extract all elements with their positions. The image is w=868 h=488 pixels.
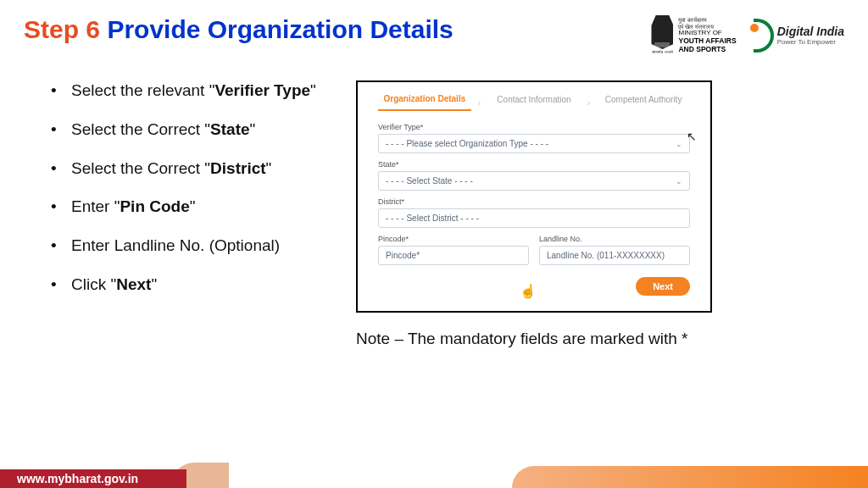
list-item: Enter Landline No. (Optional) [42, 236, 331, 256]
state-select[interactable]: - - - - Select State - - - -⌄ [378, 171, 690, 191]
digital-india-logo: Digital India Power To Empower [750, 19, 844, 53]
district-placeholder: - - - - Select District - - - - [386, 214, 479, 223]
district-label: District* [378, 197, 690, 206]
landline-input[interactable]: Landline No. (011-XXXXXXXX) [539, 246, 690, 265]
verifier-type-label: Verifier Type* [378, 123, 690, 131]
tab-competent-authority[interactable]: Competent Authority [597, 95, 690, 110]
footer: www.mybharat.gov.in [0, 463, 868, 488]
digital-india-title: Digital India [777, 25, 844, 38]
tab-organization-details[interactable]: Organization Details [378, 94, 471, 111]
list-item: Click "Next" [42, 274, 331, 295]
footer-swoosh [512, 466, 868, 488]
chevron-right-icon: › [587, 98, 590, 108]
digital-india-sub: Power To Empower [777, 38, 844, 46]
list-item: Select the relevant "Verifier Type" [42, 80, 331, 101]
state-placeholder: - - - - Select State - - - - [386, 176, 473, 186]
pincode-input[interactable]: Pincode* [378, 246, 529, 265]
india-emblem-icon [651, 15, 673, 49]
step-number: Step 6 [24, 15, 107, 43]
chevron-right-icon: › [478, 98, 481, 108]
instruction-list: Select the relevant "Verifier Type"Selec… [42, 80, 331, 348]
pincode-label: Pincode* [378, 235, 529, 243]
step-name: Provide Organization Details [107, 15, 453, 43]
district-select[interactable]: - - - - Select District - - - - [378, 208, 690, 228]
ministry-logo: सत्यमेव जयते युवा कार्यक्रम एवं खेल मंत्… [651, 15, 736, 55]
cursor-hand-icon: ☝ [520, 283, 537, 299]
digital-india-icon [750, 19, 774, 53]
landline-placeholder: Landline No. (011-XXXXXXXX) [547, 251, 665, 260]
verifier-type-placeholder: - - - - Please select Organization Type … [386, 139, 548, 148]
landline-label: Landline No. [539, 235, 690, 243]
tab-contact-information[interactable]: Contact Information [487, 95, 581, 110]
chevron-down-icon: ⌄ [676, 177, 682, 186]
footer-url: www.mybharat.gov.in [0, 469, 186, 488]
chevron-down-icon: ⌄ [676, 140, 682, 148]
list-item: Enter "Pin Code" [42, 197, 331, 217]
next-button[interactable]: Next [636, 277, 690, 296]
list-item: Select the Correct "District" [42, 158, 331, 179]
ministry-hindi: युवा कार्यक्रम एवं खेल मंत्रालय [678, 17, 736, 30]
emblem-caption: सत्यमेव जयते [651, 49, 673, 55]
list-item: Select the Correct "State" [42, 119, 331, 140]
pincode-placeholder: Pincode* [386, 251, 420, 260]
form-screenshot: ↖ Organization Details › Contact Informa… [356, 80, 712, 313]
cursor-arrow-icon: ↖ [687, 130, 697, 143]
ministry-en3: AND SPORTS [678, 46, 736, 53]
header-logos: सत्यमेव जयते युवा कार्यक्रम एवं खेल मंत्… [651, 15, 844, 55]
mandatory-note: Note – The mandatory fields are marked w… [356, 330, 844, 348]
page-title: Step 6 Provide Organization Details [24, 15, 453, 44]
state-label: State* [378, 160, 690, 169]
verifier-type-select[interactable]: - - - - Please select Organization Type … [378, 134, 690, 153]
